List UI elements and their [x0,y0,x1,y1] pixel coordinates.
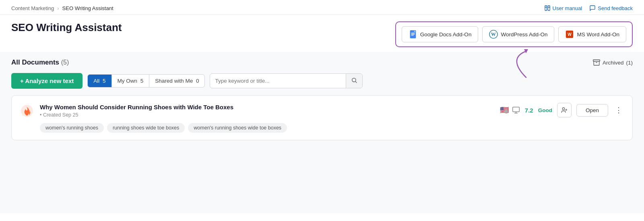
doc-score: 7.2 [525,107,533,114]
desktop-icon [512,106,520,114]
user-manual-link[interactable]: User manual [544,5,582,11]
archive-icon [593,59,600,66]
addon-container: Google Docs Add-On W WordPress Add-On W [395,21,633,47]
header-section: SEO Writing Assistant Google Docs Add-On [0,15,644,52]
add-user-icon [561,107,568,113]
doc-icon [20,104,34,118]
top-actions: User manual Send feedback [544,5,633,11]
svg-rect-1 [548,6,550,10]
svg-rect-13 [593,60,600,61]
book-icon [544,5,551,11]
archived-count: (1) [626,60,633,66]
breadcrumb-parent: Content Marketing [11,5,54,11]
wordpress-icon: W [489,30,498,39]
svg-text:W: W [491,31,496,37]
breadcrumb: Content Marketing › SEO Writing Assistan… [11,5,114,11]
share-button[interactable] [557,103,572,117]
google-docs-addon-label: Google Docs Add-On [420,31,472,38]
send-feedback-link[interactable]: Send feedback [589,5,633,11]
flag-icon: 🇺🇸 [500,106,509,115]
docs-title: All Documents (5) [11,58,69,66]
analyze-btn-label: + Analyze new text [20,77,74,84]
breadcrumb-current: SEO Writing Assistant [62,5,114,11]
svg-point-21 [562,108,564,110]
tag-chip: running shoes wide toe boxes [107,123,185,133]
top-bar: Content Marketing › SEO Writing Assistan… [0,0,644,15]
send-feedback-label: Send feedback [598,5,633,11]
tag-chip: women's running shoes wide toe boxes [188,123,287,133]
page-title: SEO Writing Assistant [11,21,122,34]
tag-chip: women's running shoes [40,123,104,133]
filter-tab-all[interactable]: All 5 [88,75,111,87]
docs-header: All Documents (5) Archived (1) [11,58,633,67]
semrush-flame-icon [21,104,33,117]
svg-rect-7 [411,35,413,35]
filter-tab-shared[interactable]: Shared with Me 0 [149,75,204,87]
filter-tab-myown[interactable]: My Own 5 [112,75,150,87]
google-docs-addon-button[interactable]: Google Docs Add-On [402,26,479,42]
archived-link[interactable]: Archived (1) [593,59,633,66]
search-icon [351,77,357,83]
msword-icon: W [565,30,574,39]
doc-info: Why Women Should Consider Running Shoes … [40,103,494,118]
doc-card: Why Women Should Consider Running Shoes … [11,95,633,140]
svg-rect-5 [411,33,415,33]
user-manual-label: User manual [553,5,582,11]
doc-title: Why Women Should Consider Running Shoes … [40,103,494,111]
doc-flags: 🇺🇸 [500,106,520,115]
doc-card-top: Why Women Should Consider Running Shoes … [20,103,624,118]
more-options-button[interactable]: ⋮ [613,104,624,116]
svg-rect-0 [545,6,547,10]
doc-actions: 🇺🇸 7.2 Good Open [500,103,624,117]
open-button[interactable]: Open [576,104,608,117]
msword-addon-label: MS Word Add-On [577,31,619,38]
svg-text:W: W [568,32,572,37]
filter-tabs: All 5 My Own 5 Shared with Me 0 [87,74,205,88]
svg-line-16 [356,81,357,83]
feedback-icon [589,5,596,11]
search-input[interactable] [210,74,346,88]
doc-score-label: Good [538,107,552,113]
wordpress-addon-label: WordPress Add-On [501,31,547,38]
search-button[interactable] [346,74,362,88]
more-icon: ⋮ [615,106,622,115]
breadcrumb-separator: › [57,5,59,11]
doc-meta: • Created Sep 25 [40,112,494,118]
toolbar-row: + Analyze new text All 5 My Own 5 Shared… [11,73,633,89]
wordpress-addon-button[interactable]: W WordPress Add-On [482,26,554,42]
page-wrapper: Content Marketing › SEO Writing Assistan… [0,0,644,221]
docs-section: All Documents (5) Archived (1) + Analyze… [0,52,644,213]
msword-addon-button[interactable]: W MS Word Add-On [558,26,626,42]
doc-tags: women's running shoes running shoes wide… [20,123,624,133]
archived-label: Archived [603,60,624,66]
search-wrapper [210,73,363,88]
docs-count: (5) [61,59,69,66]
svg-rect-18 [513,107,520,112]
google-docs-icon [409,30,417,39]
svg-rect-6 [411,34,415,34]
docs-title-group: All Documents (5) [11,58,69,67]
analyze-new-text-button[interactable]: + Analyze new text [11,73,83,89]
